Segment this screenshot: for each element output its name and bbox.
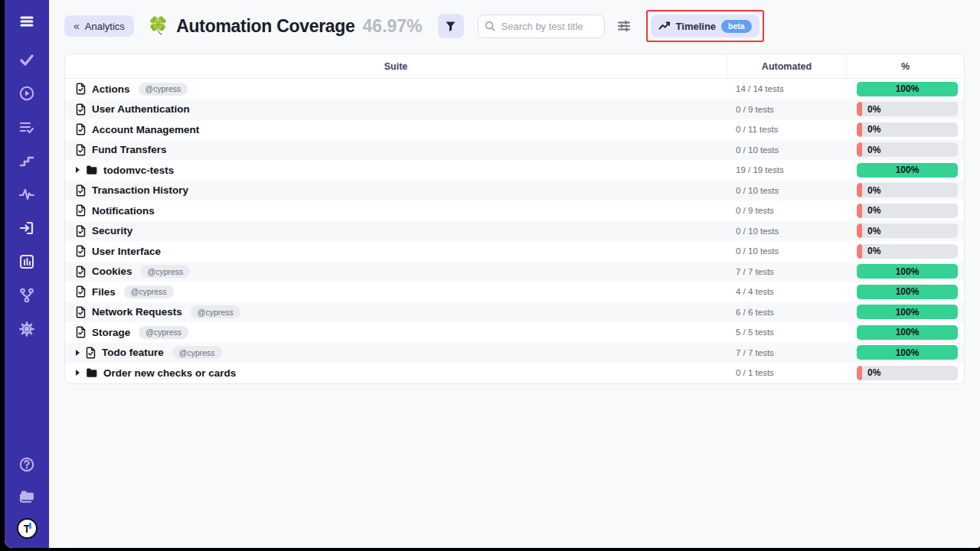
import-icon[interactable] xyxy=(18,219,36,237)
settings-gear-icon[interactable] xyxy=(18,320,36,338)
progress-label: 100% xyxy=(896,286,920,297)
tests-check-icon[interactable] xyxy=(18,51,36,69)
logo-blue-accent xyxy=(29,523,31,529)
table-row[interactable]: User Interface 0 / 10 tests 0% xyxy=(65,241,964,262)
table-row[interactable]: Files @cypress 4 / 4 tests 100% xyxy=(65,282,964,302)
progress-bar: 0% xyxy=(857,102,958,116)
automated-cell: 5 / 5 tests xyxy=(727,322,846,343)
table-row[interactable]: todomvc-tests 19 / 19 tests 100% xyxy=(65,160,964,181)
progress-red-segment xyxy=(857,223,862,238)
percent-cell: 100% xyxy=(846,322,964,343)
suite-name: Storage xyxy=(92,327,130,338)
table-row[interactable]: Fund Transfers 0 / 10 tests 0% xyxy=(65,140,964,161)
suite-cell: Todo feature @cypress xyxy=(65,343,727,364)
percent-cell: 0% xyxy=(846,99,964,120)
table-row[interactable]: Storage @cypress 5 / 5 tests 100% xyxy=(65,322,964,343)
app-logo[interactable]: T xyxy=(17,518,38,539)
progress-label: 0% xyxy=(867,124,880,135)
progress-red-segment xyxy=(857,122,862,137)
table-row[interactable]: Transaction History 0 / 10 tests 0% xyxy=(65,181,964,201)
automated-cell: 0 / 11 tests xyxy=(727,119,846,140)
table-row[interactable]: User Authentication 0 / 9 tests 0% xyxy=(65,99,964,120)
hamburger-menu-icon[interactable] xyxy=(18,12,36,31)
suite-tag: @cypress xyxy=(191,305,240,318)
percent-cell: 100% xyxy=(846,282,964,302)
progress-bar: 100% xyxy=(857,325,958,340)
suite-cell: Files @cypress xyxy=(65,282,727,302)
caret-icon[interactable] xyxy=(76,350,80,356)
percent-cell: 100% xyxy=(846,343,964,364)
table-row[interactable]: Order new checks or cards 0 / 1 tests 0% xyxy=(65,363,964,383)
automated-cell: 0 / 9 tests xyxy=(727,201,846,221)
table-row[interactable]: Notifications 0 / 9 tests 0% xyxy=(65,201,964,221)
suite-cell: Account Management xyxy=(65,119,727,140)
progress-red-segment xyxy=(857,102,862,116)
percent-cell: 0% xyxy=(846,119,964,140)
automated-cell: 6 / 6 tests xyxy=(727,302,846,323)
table-row[interactable]: Account Management 0 / 11 tests 0% xyxy=(65,119,964,140)
search-input[interactable] xyxy=(478,15,605,38)
page-header: « Analytics 🍀 Automation Coverage 46.97%… xyxy=(49,0,980,52)
file-check-icon xyxy=(76,204,86,217)
column-header-suite: Suite xyxy=(65,54,727,78)
file-check-icon xyxy=(86,347,96,359)
automated-count: 0 / 9 tests xyxy=(736,206,774,215)
progress-label: 0% xyxy=(867,104,880,115)
automated-count: 0 / 1 tests xyxy=(736,368,774,377)
progress-bar: 100% xyxy=(857,285,958,299)
suite-cell: Transaction History xyxy=(65,181,727,201)
runs-play-circle-icon[interactable] xyxy=(18,84,36,103)
caret-icon[interactable] xyxy=(76,167,80,173)
progress-bar: 0% xyxy=(857,223,958,238)
file-check-icon xyxy=(76,184,86,197)
percent-cell: 0% xyxy=(846,241,964,262)
table-row[interactable]: Todo feature @cypress 7 / 7 tests 100% xyxy=(65,343,964,364)
automated-cell: 7 / 7 tests xyxy=(727,262,846,282)
pulse-icon[interactable] xyxy=(18,185,36,204)
suite-cell: todomvc-tests xyxy=(65,160,727,181)
analytics-back-button[interactable]: « Analytics xyxy=(64,15,134,37)
percent-cell: 0% xyxy=(846,221,964,242)
table-body: Actions @cypress 14 / 14 tests 100% User… xyxy=(65,79,964,383)
caret-icon[interactable] xyxy=(76,370,80,376)
branch-icon[interactable] xyxy=(18,286,36,305)
projects-folder-icon[interactable] xyxy=(18,487,36,505)
suite-cell: Notifications xyxy=(65,201,727,221)
suite-cell: Fund Transfers xyxy=(65,140,727,161)
table-row[interactable]: Actions @cypress 14 / 14 tests 100% xyxy=(65,79,964,99)
sliders-icon xyxy=(617,19,631,33)
help-icon[interactable] xyxy=(18,455,36,474)
steps-icon[interactable] xyxy=(18,152,36,170)
suite-cell: Cookies @cypress xyxy=(65,262,727,282)
percent-cell: 100% xyxy=(846,79,964,99)
progress-label: 0% xyxy=(867,367,880,378)
table-row[interactable]: Network Requests @cypress 6 / 6 tests 10… xyxy=(65,302,964,323)
suite-name: Order new checks or cards xyxy=(103,367,236,379)
progress-bar: 0% xyxy=(857,142,958,157)
test-plans-list-check-icon[interactable] xyxy=(18,118,36,136)
automated-count: 7 / 7 tests xyxy=(736,267,774,276)
suite-name: Files xyxy=(92,286,116,298)
progress-bar: 100% xyxy=(857,82,958,96)
percent-cell: 100% xyxy=(846,302,964,323)
reports-bar-chart-icon[interactable] xyxy=(18,253,36,271)
percent-cell: 0% xyxy=(846,363,964,383)
back-button-label: Analytics xyxy=(85,21,125,32)
percent-cell: 100% xyxy=(846,262,964,282)
progress-label: 100% xyxy=(896,83,920,94)
table-row[interactable]: Cookies @cypress 7 / 7 tests 100% xyxy=(65,262,964,282)
suite-cell: Network Requests @cypress xyxy=(65,302,727,323)
automated-cell: 0 / 10 tests xyxy=(727,221,846,242)
timeline-button[interactable]: Timeline beta xyxy=(651,15,760,37)
column-settings-button[interactable] xyxy=(616,18,632,34)
progress-bar: 0% xyxy=(857,204,958,218)
filter-button[interactable] xyxy=(438,14,464,38)
table-row[interactable]: Security 0 / 10 tests 0% xyxy=(65,221,964,242)
automated-count: 19 / 19 tests xyxy=(736,165,784,174)
suite-cell: Storage @cypress xyxy=(65,322,727,343)
progress-bar: 100% xyxy=(857,163,958,178)
sidebar: T xyxy=(5,0,49,548)
suite-name: User Authentication xyxy=(92,103,190,115)
column-header-percent: % xyxy=(846,54,964,78)
file-check-icon xyxy=(76,285,86,298)
